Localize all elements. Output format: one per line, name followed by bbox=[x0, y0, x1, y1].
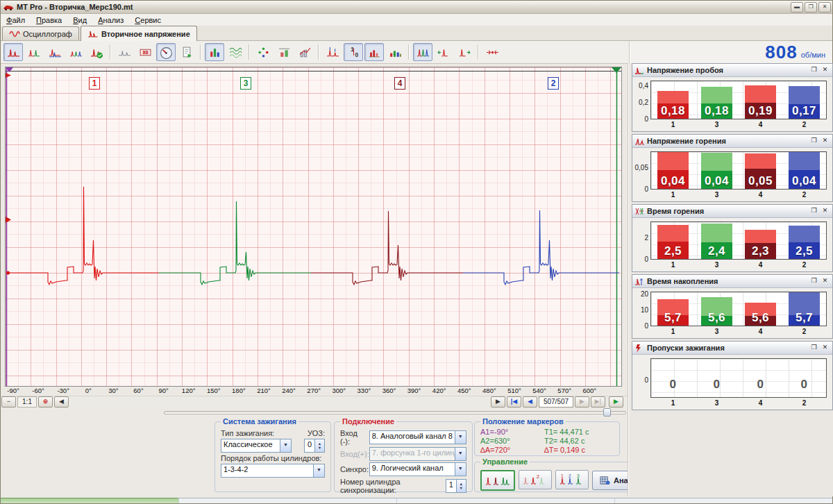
slider-thumb[interactable] bbox=[603, 408, 611, 417]
spark-plug-button[interactable] bbox=[482, 43, 502, 61]
stepper-arrows-icon[interactable]: ▲▼ bbox=[456, 480, 466, 492]
view-all-cylinders-button[interactable] bbox=[480, 470, 515, 491]
maximize-button[interactable]: ❒ bbox=[805, 2, 817, 12]
stepper-arrows-icon[interactable]: ▲▼ bbox=[314, 439, 324, 452]
panel-close-button[interactable]: ✕ bbox=[820, 343, 830, 353]
wave-check-button[interactable] bbox=[87, 43, 106, 61]
marker-digits-button[interactable]: 10 bbox=[344, 43, 363, 61]
panel-chart: 202,512,432,342,52 bbox=[650, 221, 827, 260]
toolbar-separator bbox=[478, 44, 479, 60]
title-bar[interactable]: MT Pro - Вторичка_Мерс190.mt ▬ ❒ ✕ bbox=[1, 1, 832, 14]
x-category: 4 bbox=[759, 261, 763, 269]
chevron-down-icon: ▼ bbox=[313, 464, 324, 477]
svg-text:2: 2 bbox=[569, 473, 571, 478]
frame-next-button[interactable]: ▶ bbox=[575, 396, 589, 408]
wave-markers-button[interactable] bbox=[323, 43, 342, 61]
toolbar-separator bbox=[318, 44, 319, 60]
bar-value: 0,19 bbox=[745, 104, 776, 118]
scatter-icon bbox=[257, 46, 270, 59]
wave-overlay-icon bbox=[49, 46, 62, 59]
panel-spark-red-icon bbox=[634, 65, 644, 75]
group-title: Положение маркеров bbox=[480, 417, 566, 426]
cylinder-tag-3: 3 bbox=[240, 77, 251, 90]
menu-0[interactable]: Файл bbox=[1, 15, 31, 25]
sine-icon bbox=[9, 29, 20, 38]
bar-cylinder-2: 0,04 bbox=[789, 152, 820, 189]
panel-maximize-button[interactable]: ❒ bbox=[809, 65, 819, 75]
panel-close-button[interactable]: ✕ bbox=[820, 136, 830, 146]
panel-close-button[interactable]: ✕ bbox=[820, 65, 830, 75]
x-tick: 30° bbox=[108, 387, 118, 394]
misfire-count: 0 bbox=[782, 378, 826, 392]
close-button[interactable]: ✕ bbox=[818, 2, 831, 12]
play-button[interactable]: ▶ bbox=[609, 396, 623, 408]
wave-multi-button[interactable] bbox=[24, 43, 44, 61]
panel-maximize-button[interactable]: ❒ bbox=[809, 136, 819, 146]
group-title: Подключение bbox=[340, 417, 396, 426]
panel-close-button[interactable]: ✕ bbox=[820, 206, 830, 216]
scatter-button[interactable] bbox=[253, 43, 273, 61]
pattern-numbered-icon: 123 bbox=[559, 473, 584, 486]
misfire-count: 0 bbox=[739, 378, 782, 392]
balance-button[interactable] bbox=[274, 43, 294, 61]
connection-select-2[interactable]: 9. Логический канал▼ bbox=[369, 462, 466, 476]
panel-close-button[interactable]: ✕ bbox=[820, 276, 830, 286]
menu-2[interactable]: Вид bbox=[67, 15, 92, 25]
spark-next-button[interactable] bbox=[455, 43, 474, 61]
zoom-in-button[interactable]: ⊕ bbox=[38, 396, 53, 408]
waveform-cylinder-1 bbox=[6, 187, 159, 285]
svg-text:0: 0 bbox=[355, 51, 358, 58]
wave-parade-button[interactable] bbox=[66, 43, 85, 61]
sparks-all-icon bbox=[416, 46, 430, 59]
tachometer-button[interactable] bbox=[156, 43, 176, 61]
chart-compare-button[interactable] bbox=[295, 43, 314, 61]
panel-maximize-button[interactable]: ❒ bbox=[809, 343, 819, 353]
x-tick: 180° bbox=[232, 387, 246, 394]
sparks-all-button[interactable] bbox=[413, 43, 432, 61]
wave-single-button[interactable] bbox=[3, 43, 23, 61]
report-doc-button[interactable] bbox=[177, 43, 196, 61]
x-category: 2 bbox=[802, 399, 807, 407]
menu-4[interactable]: Сервис bbox=[129, 15, 167, 25]
firing-order-select[interactable]: 1-3-4-2 ▼ bbox=[221, 464, 325, 478]
scope-scrollbar-track[interactable] bbox=[69, 398, 490, 406]
frame-step-button[interactable]: ▶ bbox=[491, 396, 505, 408]
view-paged-button[interactable]: 2 bbox=[519, 470, 552, 489]
ignition-type-select[interactable]: Классическое ▼ bbox=[221, 439, 292, 453]
panel-maximize-button[interactable]: ❒ bbox=[809, 276, 819, 286]
spark-prev-button[interactable] bbox=[434, 43, 453, 61]
minimize-button[interactable]: ▬ bbox=[791, 2, 803, 12]
menu-1[interactable]: Правка bbox=[31, 15, 67, 25]
zoom-out-button[interactable]: − bbox=[1, 396, 16, 408]
frame-first-button[interactable]: |◀ bbox=[507, 396, 521, 408]
slider-groove[interactable] bbox=[164, 411, 626, 414]
bar-cylinder-1: 0,18 bbox=[657, 91, 689, 119]
view-numbered-button[interactable]: 123 bbox=[555, 470, 589, 489]
oscilloscope-plot[interactable]: 1342 bbox=[5, 67, 622, 387]
connection-value: 7. форсунка 1-го цилиндр bbox=[370, 448, 455, 460]
bars-mini-button[interactable] bbox=[385, 43, 405, 61]
x-category: 3 bbox=[715, 261, 719, 269]
wave-overlay-button[interactable] bbox=[45, 43, 65, 61]
tab-secondary-voltage[interactable]: Вторичное напряжение bbox=[81, 26, 197, 41]
zoom-scale-label: 1:1 bbox=[17, 396, 37, 408]
uoz-stepper[interactable]: 0 ▲▼ bbox=[304, 439, 325, 453]
frame-prev-button[interactable]: ◀ bbox=[523, 396, 537, 408]
panel-maximize-button[interactable]: ❒ bbox=[809, 206, 819, 216]
wave-mini-button[interactable] bbox=[115, 43, 134, 61]
menu-3[interactable]: Анализ bbox=[92, 15, 129, 25]
histogram-button[interactable] bbox=[364, 43, 384, 61]
x-category: 2 bbox=[802, 328, 807, 335]
connection-select-0[interactable]: 8. Аналоговый канал 8▼ bbox=[369, 430, 466, 444]
frame-last-button[interactable]: ▶| bbox=[591, 396, 605, 408]
rpm-unit: об/мин bbox=[801, 51, 825, 59]
ignition-icon bbox=[87, 29, 99, 38]
tab-oscilloscope[interactable]: Осциллограф bbox=[2, 26, 79, 40]
bar-chart-button[interactable] bbox=[205, 43, 224, 61]
bar-cylinder-1: 5,7 bbox=[657, 299, 689, 326]
wave-stack-button[interactable] bbox=[226, 43, 245, 61]
counter-display-button[interactable]: 88 bbox=[135, 43, 155, 61]
y-tick: 0,05 bbox=[635, 163, 648, 171]
scroll-left-button[interactable]: ◀ bbox=[54, 396, 69, 408]
sync-cylinder-stepper[interactable]: 1 ▲▼ bbox=[446, 479, 466, 493]
